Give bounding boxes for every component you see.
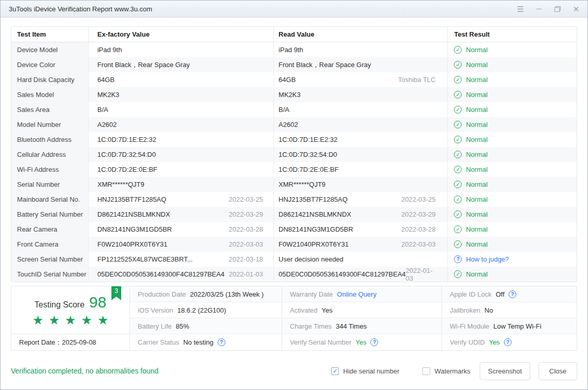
minimize-button[interactable]: ─ (535, 5, 543, 12)
report-date-value: 2025-09-08 (62, 338, 96, 346)
info-column: Production Date2022/03/25 (13th Week )iO… (130, 286, 282, 350)
table-row: Serial NumberXMR******QJT9XMR******QJT9✓… (11, 177, 577, 192)
test-item-label: Rear Camera (11, 222, 89, 237)
question-circle-icon[interactable]: ? (218, 338, 225, 346)
read-value-cell: A2602 (274, 117, 448, 132)
test-result-cell: ✓Normal (448, 87, 577, 102)
read-value: D8621421NSBLMKNDX (279, 210, 351, 218)
window-title: 3uTools iDevice Verification Report www.… (9, 5, 152, 13)
check-circle-icon: ✓ (454, 61, 462, 69)
test-result-cell: ?How to judge? (448, 252, 577, 267)
info-value: 85% (176, 322, 189, 330)
info-value: No (484, 306, 493, 314)
read-value-cell: Front Black，Rear Space Gray (274, 57, 448, 72)
check-circle-icon: ✓ (454, 136, 462, 143)
ex-factory-value-cell: XMR******QJT9 (89, 177, 274, 192)
screenshot-button[interactable]: Screenshot (480, 362, 530, 380)
info-value: 2022/03/25 (13th Week ) (190, 290, 264, 298)
test-result-text: Normal (466, 91, 487, 99)
ex-factory-value-cell: MK2K3 (89, 87, 274, 102)
test-result-text: Normal (466, 121, 487, 128)
info-row: Apple ID LockOff? (442, 286, 577, 302)
ex-factory-value: MK2K3 (97, 91, 120, 99)
restore-icon (554, 6, 561, 12)
info-value: 18.6.2 (22G100) (177, 306, 226, 314)
ex-factory-value: 64GB (97, 76, 115, 84)
check-circle-icon: ✓ (454, 166, 462, 173)
info-value: 344 Times (336, 322, 367, 330)
ex-factory-value: F0W21040PRX0T6Y31 (97, 240, 168, 248)
star-icon: ★ (81, 313, 92, 327)
report-table: Test Item Ex-factory Value Read Value Te… (11, 26, 577, 282)
hide-serial-checkbox-group[interactable]: Hide serial number (331, 367, 399, 375)
table-row: Hard Disk Capacity64GB64GBToshiba TLC✓No… (11, 72, 577, 87)
read-value: A2602 (279, 121, 298, 128)
how-to-judge-link[interactable]: How to judge? (466, 255, 509, 263)
info-value: Off (496, 290, 504, 298)
read-value-note: Toshiba TLC (398, 76, 436, 84)
test-item-label: Sales Area (11, 102, 89, 117)
header-test-result: Test Result (448, 27, 577, 42)
table-header-row: Test Item Ex-factory Value Read Value Te… (11, 27, 577, 42)
info-value: Yes (321, 306, 332, 314)
table-row: Rear CameraDN82141NG3M1GD5BR2022-03-28DN… (11, 222, 577, 237)
menu-icon[interactable]: ☰ (516, 5, 525, 12)
question-circle-icon[interactable]: ? (370, 338, 378, 346)
info-label: Carrier Status (138, 338, 179, 346)
table-row: TouchID Serial Number05DE0C0D05053614930… (11, 267, 577, 282)
read-date: 2022-03-28 (401, 225, 436, 233)
test-result-text: Normal (466, 240, 487, 248)
ex-factory-value-cell: DN82141NG3M1GD5BR2022-03-28 (89, 222, 274, 237)
test-item-label: Device Model (11, 42, 89, 57)
ex-factory-date: 2022-03-18 (229, 255, 264, 263)
check-circle-icon: ✓ (454, 240, 462, 248)
ex-factory-value: 1C:0D:7D:2E:0E:BF (97, 166, 157, 173)
read-value-cell: D8621421NSBLMKNDX2022-03-29 (274, 207, 448, 222)
watermarks-checkbox-group[interactable]: Watermarks (422, 367, 470, 375)
check-circle-icon: ✓ (454, 196, 462, 203)
test-item-label: Device Color (11, 57, 89, 72)
close-report-button[interactable]: Close (538, 362, 577, 380)
report-date-label: Report Date： (19, 338, 62, 347)
info-label: Wi-Fi Module (450, 322, 489, 330)
ex-factory-date: 2022-03-29 (229, 210, 264, 218)
info-row: Charge Times344 Times (282, 318, 442, 334)
table-row: Device ModeliPad 9thiPad 9th✓Normal (11, 42, 577, 57)
ex-factory-value-cell: Front Black，Rear Space Gray (89, 57, 274, 72)
info-value: Low Temp Wi-Fi (494, 322, 542, 330)
test-result-cell: ✓Normal (448, 222, 577, 237)
table-row: Sales ModelMK2K3MK2K3✓Normal (11, 87, 577, 102)
restore-button[interactable] (553, 5, 562, 12)
ex-factory-value: DN82141NG3M1GD5BR (97, 225, 172, 233)
hide-serial-checkbox[interactable] (331, 367, 339, 375)
ex-factory-value-cell: B/A (89, 102, 274, 117)
info-row: Verify Serial NumberYes? (282, 334, 442, 350)
ex-factory-value-cell: 1C:0D:7D:2E:0E:BF (89, 162, 274, 177)
test-item-label: Front Camera (11, 237, 89, 252)
question-circle-icon[interactable]: ? (509, 290, 516, 298)
table-row: Mainboard Serial No.HNJ2135BT7F1285AQ202… (11, 192, 577, 207)
ex-factory-value-cell: iPad 9th (89, 42, 274, 57)
header-ex-factory-value: Ex-factory Value (89, 27, 274, 42)
question-circle-icon[interactable]: ? (504, 338, 512, 346)
read-value: User decision needed (279, 255, 344, 263)
check-circle-icon: ✓ (454, 270, 462, 278)
test-item-label: Hard Disk Capacity (11, 72, 89, 87)
check-circle-icon: ✓ (454, 121, 462, 128)
question-circle-icon[interactable]: ? (454, 255, 462, 263)
info-row: JailbrokenNo (442, 302, 577, 318)
star-icon: ★ (97, 313, 109, 327)
test-result-cell: ✓Normal (448, 117, 577, 132)
table-row: Cellular Address1C:0D:7D:32:54:D01C:0D:7… (11, 147, 577, 162)
watermarks-checkbox[interactable] (422, 367, 430, 375)
check-circle-icon: ✓ (454, 151, 462, 158)
info-value: Yes (355, 338, 366, 346)
test-result-text: Normal (466, 225, 487, 233)
info-label: Charge Times (290, 322, 332, 330)
ex-factory-value-cell: A2602 (89, 117, 274, 132)
read-value: iPad 9th (279, 46, 303, 54)
table-row: Wi-Fi Address1C:0D:7D:2E:0E:BF1C:0D:7D:2… (11, 162, 577, 177)
test-result-cell: ✓Normal (448, 147, 577, 162)
online-query-link[interactable]: Online Query (337, 290, 377, 298)
close-button[interactable]: ✕ (572, 5, 580, 12)
